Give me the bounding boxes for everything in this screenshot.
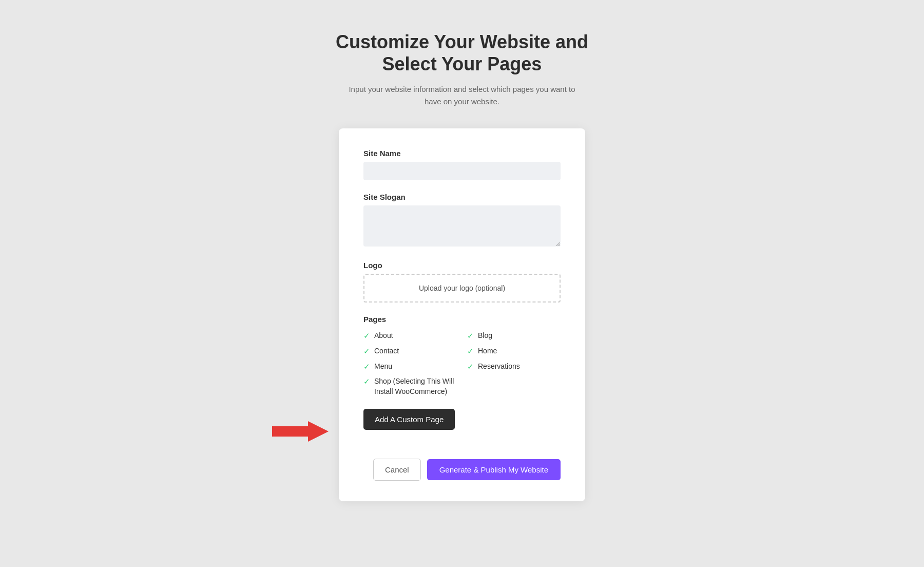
page-subtitle: Input your website information and selec… (344, 83, 580, 108)
logo-upload-area[interactable]: Upload your logo (optional) (363, 274, 561, 303)
page-label-shop: Shop (Selecting This Will Install WooCom… (374, 376, 457, 396)
page-item-about[interactable]: ✓ About (363, 331, 457, 341)
page-item-reservations[interactable]: ✓ Reservations (467, 362, 561, 372)
page-item-menu[interactable]: ✓ Menu (363, 362, 457, 372)
cancel-button[interactable]: Cancel (373, 459, 421, 481)
check-icon-about: ✓ (363, 331, 370, 341)
site-slogan-group: Site Slogan (363, 193, 561, 249)
page-label-contact: Contact (374, 346, 399, 356)
check-icon-shop: ✓ (363, 377, 370, 386)
publish-button[interactable]: Generate & Publish My Website (427, 459, 561, 480)
site-name-input[interactable] (363, 162, 561, 180)
add-custom-page-button[interactable]: Add A Custom Page (363, 409, 455, 430)
site-slogan-label: Site Slogan (363, 193, 561, 201)
page-label-blog: Blog (478, 331, 492, 341)
logo-upload-text: Upload your logo (optional) (419, 284, 505, 292)
footer-actions: Cancel Generate & Publish My Website (363, 459, 561, 481)
check-icon-contact: ✓ (363, 347, 370, 356)
page-label-reservations: Reservations (478, 362, 520, 372)
pages-grid: ✓ About ✓ Blog ✓ Contact ✓ Home ✓ (363, 331, 561, 396)
site-slogan-input[interactable] (363, 205, 561, 247)
page-item-blog[interactable]: ✓ Blog (467, 331, 561, 341)
pages-section: Pages ✓ About ✓ Blog ✓ Contact ✓ Home (363, 315, 561, 396)
pages-label: Pages (363, 315, 561, 324)
page-label-menu: Menu (374, 362, 392, 372)
check-icon-blog: ✓ (467, 331, 474, 341)
check-icon-home: ✓ (467, 347, 474, 356)
page-item-shop[interactable]: ✓ Shop (Selecting This Will Install WooC… (363, 376, 457, 396)
site-name-label: Site Name (363, 149, 561, 158)
form-card: Site Name Site Slogan Logo Upload your l… (339, 128, 585, 501)
site-name-group: Site Name (363, 149, 561, 180)
logo-label: Logo (363, 261, 561, 270)
check-icon-reservations: ✓ (467, 362, 474, 371)
page-label-home: Home (478, 346, 497, 356)
logo-group: Logo Upload your logo (optional) (363, 261, 561, 303)
arrow-indicator (272, 419, 329, 444)
page-item-contact[interactable]: ✓ Contact (363, 346, 457, 356)
check-icon-menu: ✓ (363, 362, 370, 371)
page-title: Customize Your Website and Select Your P… (336, 31, 588, 75)
svg-marker-0 (272, 421, 329, 442)
page-item-home[interactable]: ✓ Home (467, 346, 561, 356)
page-label-about: About (374, 331, 393, 341)
page-header: Customize Your Website and Select Your P… (336, 31, 588, 108)
